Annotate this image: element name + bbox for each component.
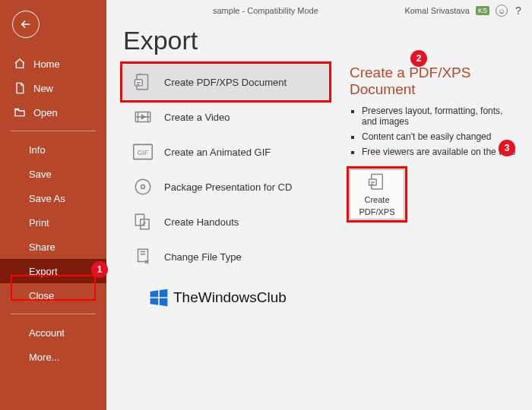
sidebar-separator bbox=[11, 314, 96, 314]
sidebar-item-label: Account bbox=[29, 327, 65, 339]
sidebar-item-share[interactable]: Share bbox=[0, 235, 106, 259]
user-name: Komal Srivastava bbox=[404, 6, 470, 15]
sidebar-item-label: Info bbox=[29, 144, 46, 156]
details-bullets: Preserves layout, formatting, fonts, and… bbox=[350, 106, 518, 157]
sidebar-item-more[interactable]: More... bbox=[0, 345, 106, 369]
option-create-handouts[interactable]: Create Handouts bbox=[123, 204, 328, 239]
option-create-pdf-xps[interactable]: Create PDF/XPS Document bbox=[123, 65, 328, 99]
watermark-text: TheWindowsClub bbox=[173, 289, 287, 306]
sidebar-item-label: Open bbox=[33, 107, 58, 118]
sidebar-item-home[interactable]: Home bbox=[0, 52, 106, 76]
sidebar-item-new[interactable]: New bbox=[0, 76, 106, 100]
back-button[interactable] bbox=[12, 11, 40, 38]
sidebar-item-close[interactable]: Close bbox=[0, 283, 106, 308]
svg-marker-10 bbox=[150, 290, 159, 297]
svg-text:GIF: GIF bbox=[138, 149, 149, 156]
svg-point-6 bbox=[141, 185, 145, 189]
smiley-feedback-icon[interactable]: ☺ bbox=[496, 5, 508, 17]
sidebar-item-save[interactable]: Save bbox=[0, 162, 106, 186]
option-create-video[interactable]: Create a Video bbox=[123, 99, 328, 134]
sidebar-item-account[interactable]: Account bbox=[0, 320, 106, 345]
svg-marker-11 bbox=[160, 289, 168, 298]
title-bar-right: Komal Srivastava KS ☺ ? bbox=[404, 5, 524, 17]
sidebar-item-open[interactable]: Open bbox=[0, 100, 106, 125]
option-label: Create a Video bbox=[164, 112, 230, 123]
option-label: Create PDF/XPS Document bbox=[164, 77, 287, 88]
sidebar-item-info[interactable]: Info bbox=[0, 137, 106, 162]
windows-logo-icon bbox=[149, 288, 169, 308]
create-pdf-button-wrap: Create PDF/XPS bbox=[350, 169, 406, 219]
gif-icon: GIF bbox=[132, 141, 154, 162]
details-heading: Create a PDF/XPS Document bbox=[350, 65, 518, 98]
svg-point-5 bbox=[135, 179, 150, 194]
button-label-line1: Create bbox=[364, 195, 389, 204]
option-label: Create Handouts bbox=[164, 216, 239, 228]
title-bar-icons: ☺ ? bbox=[496, 5, 524, 17]
option-change-file-type[interactable]: Change File Type bbox=[123, 239, 328, 274]
sidebar-item-label: Save As bbox=[29, 193, 65, 204]
svg-rect-8 bbox=[141, 219, 149, 229]
page-title: Export bbox=[123, 26, 532, 55]
sidebar-item-save-as[interactable]: Save As bbox=[0, 186, 106, 210]
open-folder-icon bbox=[14, 106, 26, 118]
details-bullet: Free viewers are available on the web bbox=[362, 147, 518, 157]
home-icon bbox=[14, 58, 26, 70]
watermark-thewindowsclub: TheWindowsClub bbox=[149, 288, 328, 308]
sidebar-item-label: Print bbox=[29, 217, 49, 229]
handouts-icon bbox=[132, 211, 154, 232]
app-root: Home New Open Info Save Save As Print Sh… bbox=[0, 0, 532, 410]
sidebar-item-label: Home bbox=[33, 58, 60, 70]
option-package-cd[interactable]: Package Presentation for CD bbox=[123, 169, 328, 204]
annotation-number-1: 1 bbox=[91, 261, 108, 278]
backstage-sidebar: Home New Open Info Save Save As Print Sh… bbox=[0, 0, 106, 410]
back-arrow-icon bbox=[19, 17, 33, 31]
option-label: Package Presentation for CD bbox=[164, 181, 292, 193]
sidebar-item-label: New bbox=[33, 83, 53, 94]
columns: Create PDF/XPS Document Create a Video G… bbox=[106, 65, 532, 308]
option-create-gif[interactable]: GIF Create an Animated GIF bbox=[123, 134, 328, 169]
title-bar: sample - Compatibility Mode Komal Srivas… bbox=[106, 0, 532, 20]
option-label: Create an Animated GIF bbox=[164, 147, 271, 158]
change-type-icon bbox=[132, 246, 154, 267]
doc-pdf-icon bbox=[132, 71, 154, 93]
sidebar-item-label: Export bbox=[29, 266, 58, 277]
sidebar-item-label: Close bbox=[29, 290, 54, 301]
sidebar-item-label: Share bbox=[29, 241, 55, 253]
svg-marker-13 bbox=[160, 298, 168, 307]
sidebar-item-label: Save bbox=[29, 169, 52, 180]
sidebar-item-print[interactable]: Print bbox=[0, 210, 106, 235]
new-file-icon bbox=[14, 82, 26, 94]
help-icon[interactable]: ? bbox=[512, 5, 524, 17]
svg-marker-12 bbox=[150, 298, 159, 305]
video-icon bbox=[132, 106, 154, 128]
doc-pdf-icon bbox=[367, 172, 387, 192]
document-title: sample - Compatibility Mode bbox=[213, 6, 318, 15]
sidebar-item-label: More... bbox=[29, 352, 59, 363]
svg-rect-9 bbox=[138, 249, 148, 261]
details-bullet: Content can't be easily changed bbox=[362, 131, 518, 142]
option-label: Change File Type bbox=[164, 251, 242, 263]
export-options-list: Create PDF/XPS Document Create a Video G… bbox=[123, 65, 328, 308]
svg-rect-7 bbox=[135, 214, 144, 226]
annotation-number-3: 3 bbox=[499, 140, 515, 156]
sidebar-item-export[interactable]: Export bbox=[0, 259, 106, 283]
button-label-line2: PDF/XPS bbox=[359, 207, 394, 216]
export-details-pane: Create a PDF/XPS Document Preserves layo… bbox=[350, 65, 518, 308]
create-pdf-xps-button[interactable]: Create PDF/XPS bbox=[350, 169, 404, 219]
cd-icon bbox=[132, 176, 154, 197]
sidebar-separator bbox=[11, 131, 96, 131]
annotation-number-2: 2 bbox=[410, 50, 427, 67]
user-avatar-badge[interactable]: KS bbox=[476, 6, 489, 15]
main-area: sample - Compatibility Mode Komal Srivas… bbox=[106, 0, 532, 410]
details-bullet: Preserves layout, formatting, fonts, and… bbox=[362, 106, 518, 127]
